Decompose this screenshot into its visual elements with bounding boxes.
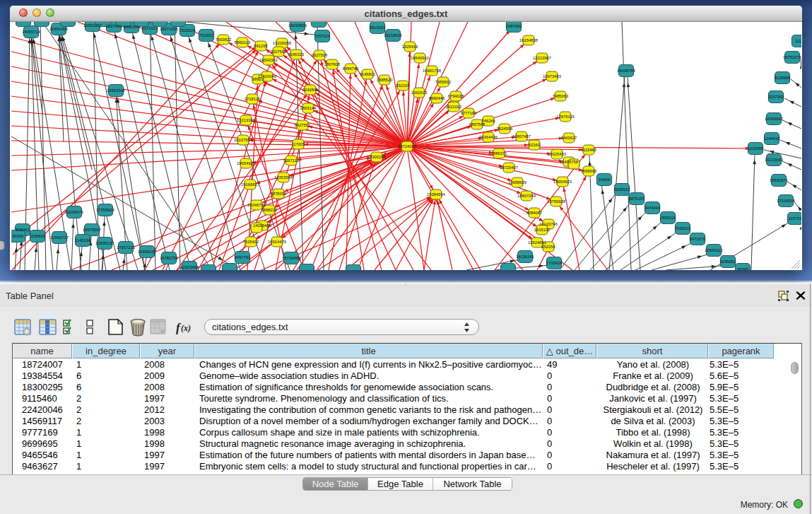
svg-text:17016504: 17016504 [777, 199, 796, 203]
svg-text:751552: 751552 [199, 33, 213, 37]
svg-text:1615132: 1615132 [534, 228, 551, 232]
svg-text:9115460: 9115460 [581, 148, 596, 152]
svg-text:1621022: 1621022 [446, 105, 462, 109]
svg-text:14055714: 14055714 [22, 30, 41, 34]
svg-text:12093822: 12093822 [765, 117, 783, 121]
svg-text:8267110: 8267110 [283, 158, 299, 163]
svg-text:16409: 16409 [599, 177, 610, 182]
svg-text:(x): (x) [181, 323, 191, 333]
svg-text:16495758: 16495758 [560, 160, 578, 164]
svg-text:98345: 98345 [737, 267, 748, 270]
svg-text:12975115: 12975115 [556, 115, 574, 119]
svg-text:9699695: 9699695 [581, 169, 597, 173]
svg-text:1156829: 1156829 [30, 234, 45, 238]
svg-text:15716485: 15716485 [282, 256, 300, 260]
svg-text:19654925: 19654925 [237, 161, 255, 165]
svg-text:17957225: 17957225 [117, 245, 135, 250]
svg-text:20691406: 20691406 [49, 27, 68, 31]
svg-text:9146821: 9146821 [360, 72, 376, 76]
svg-text:9227342: 9227342 [768, 95, 784, 99]
svg-text:5938923: 5938923 [614, 187, 630, 192]
svg-text:12505135: 12505135 [95, 241, 114, 245]
svg-text:1362615: 1362615 [411, 90, 428, 95]
svg-text:9327505: 9327505 [271, 49, 287, 54]
svg-text:1733426: 1733426 [546, 261, 563, 265]
svg-text:3624554: 3624554 [497, 127, 513, 131]
svg-text:10958107: 10958107 [138, 250, 156, 254]
svg-text:16033809: 16033809 [288, 23, 307, 28]
svg-text:8878352: 8878352 [271, 192, 287, 196]
svg-text:9777169: 9777169 [461, 111, 477, 115]
svg-text:9245652: 9245652 [720, 259, 736, 264]
svg-text:117005: 117005 [292, 142, 305, 146]
svg-text:2087682: 2087682 [506, 24, 522, 28]
svg-text:10107554: 10107554 [234, 138, 253, 142]
svg-text:116753: 116753 [789, 216, 801, 221]
svg-text:98901: 98901 [252, 77, 264, 81]
svg-text:7357224: 7357224 [314, 34, 331, 38]
svg-text:18807249: 18807249 [517, 194, 536, 198]
svg-text:16046795: 16046795 [247, 203, 266, 207]
svg-text:10654112: 10654112 [705, 248, 722, 252]
svg-text:62160: 62160 [529, 143, 540, 147]
svg-text:12353594: 12353594 [274, 175, 293, 180]
svg-text:8990448: 8990448 [429, 96, 445, 100]
svg-text:6794028: 6794028 [448, 94, 464, 98]
svg-text:7886372: 7886372 [491, 151, 507, 156]
svg-text:10120746: 10120746 [539, 222, 558, 226]
svg-text:14099489: 14099489 [253, 223, 271, 228]
svg-text:19384554: 19384554 [427, 192, 446, 197]
svg-text:8471676: 8471676 [690, 237, 706, 241]
svg-text:14136141: 14136141 [516, 255, 534, 259]
svg-text:16914479: 16914479 [268, 240, 286, 244]
svg-text:8813054: 8813054 [370, 25, 386, 30]
svg-text:16782759: 16782759 [160, 256, 178, 260]
svg-text:9242845: 9242845 [302, 88, 319, 92]
svg-text:17359924: 17359924 [96, 208, 115, 212]
svg-text:9463627: 9463627 [561, 136, 577, 140]
svg-text:39159: 39159 [12, 234, 23, 238]
svg-text:12942737: 12942737 [50, 235, 69, 240]
svg-text:835061: 835061 [16, 228, 29, 232]
svg-text:10025433: 10025433 [548, 152, 566, 156]
svg-text:16648784: 16648784 [617, 69, 636, 73]
svg-text:7632621: 7632621 [675, 226, 691, 230]
svg-text:18300295: 18300295 [367, 155, 386, 159]
svg-text:15751074: 15751074 [783, 55, 801, 59]
svg-text:7625402: 7625402 [243, 240, 259, 244]
svg-text:10688609: 10688609 [508, 180, 526, 185]
svg-text:16961758: 16961758 [423, 69, 441, 73]
svg-text:6879197: 6879197 [629, 197, 645, 201]
svg-text:2867608: 2867608 [324, 62, 341, 66]
svg-text:8454749: 8454749 [343, 66, 359, 71]
svg-text:9474444: 9474444 [645, 206, 661, 210]
svg-text:9457791: 9457791 [235, 255, 251, 259]
svg-text:13226058: 13226058 [273, 41, 291, 45]
svg-text:16154838: 16154838 [519, 38, 538, 42]
svg-text:2935114: 2935114 [660, 216, 676, 220]
svg-text:18975667: 18975667 [83, 228, 101, 232]
svg-text:20206576: 20206576 [65, 210, 83, 214]
svg-text:16671355: 16671355 [160, 27, 178, 31]
svg-text:1244415: 1244415 [764, 136, 780, 141]
svg-text:7955812: 7955812 [435, 80, 452, 84]
svg-text:2718126: 2718126 [245, 97, 261, 101]
svg-text:12923466: 12923466 [180, 265, 199, 269]
svg-text:15692971: 15692971 [770, 178, 788, 182]
svg-text:1112: 1112 [795, 39, 801, 43]
svg-text:10653267: 10653267 [83, 23, 102, 28]
svg-text:19218506: 19218506 [384, 33, 402, 37]
svg-text:16543382: 16543382 [259, 58, 278, 62]
svg-text:746266: 746266 [481, 119, 495, 123]
svg-text:9084067: 9084067 [526, 211, 543, 215]
svg-text:8186323: 8186323 [288, 52, 305, 57]
svg-text:7485063: 7485063 [553, 94, 569, 98]
svg-text:2803144: 2803144 [300, 106, 317, 110]
svg-text:1145194: 1145194 [75, 238, 91, 243]
svg-text:20364436: 20364436 [479, 135, 498, 139]
svg-text:18724007: 18724007 [398, 144, 416, 148]
svg-text:10973493: 10973493 [543, 74, 561, 78]
svg-text:832203: 832203 [396, 83, 409, 88]
svg-text:891295: 891295 [254, 44, 267, 48]
svg-text:1527602: 1527602 [106, 24, 122, 28]
